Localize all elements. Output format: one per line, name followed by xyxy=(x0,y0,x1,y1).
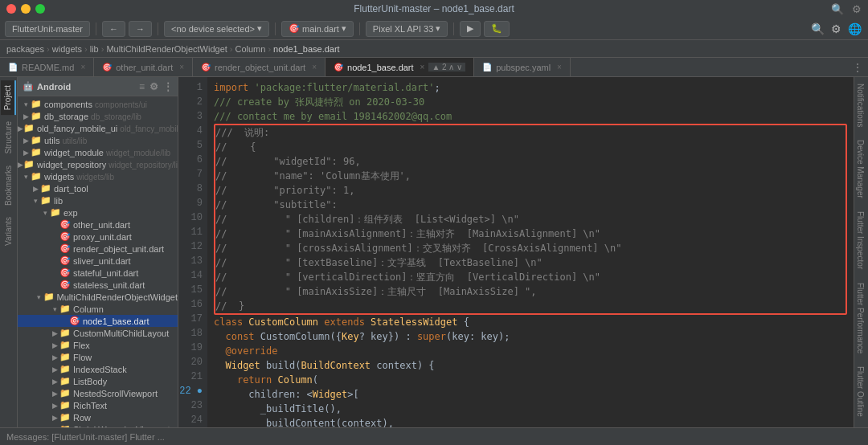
code-editor[interactable]: import 'package:flutter/material.dart'; … xyxy=(207,77,854,427)
settings-toolbar-icon[interactable]: ⚙ xyxy=(829,21,843,37)
project-tab[interactable]: Project xyxy=(1,80,16,115)
tree-indexed-stack[interactable]: ▶ 📁 IndexedStack xyxy=(18,363,178,375)
arrow-lib: ▾ xyxy=(31,197,40,205)
tree-proxy-unit[interactable]: 🎯 proxy_unit.dart xyxy=(18,231,178,243)
tree-custom-multi[interactable]: ▶ 📁 CustomMultiChildLayout xyxy=(18,327,178,339)
project-tree[interactable]: ▾ 📁 components components/ui ▶ 📁 db_stor… xyxy=(18,96,178,427)
tab-other-unit-close[interactable]: × xyxy=(179,63,184,71)
folder-row-icon: 📁 xyxy=(59,412,71,423)
tree-flex[interactable]: ▶ 📁 Flex xyxy=(18,339,178,351)
tree-db-storage[interactable]: ▶ 📁 db_storage db_storage/lib xyxy=(18,110,178,122)
structure-tab[interactable]: Structure xyxy=(2,116,15,159)
search-toolbar-icon[interactable]: 🔍 xyxy=(809,21,826,37)
bc-packages[interactable]: packages xyxy=(6,44,44,54)
tree-lib[interactable]: ▾ 📁 lib xyxy=(18,194,178,206)
tree-utils[interactable]: ▶ 📁 utils utils/lib xyxy=(18,134,178,146)
maximize-button[interactable] xyxy=(35,4,45,14)
close-button[interactable] xyxy=(6,4,16,14)
tree-exp[interactable]: ▾ 📁 exp xyxy=(18,206,178,218)
tree-stateless-unit[interactable]: 🎯 stateless_unit.dart xyxy=(18,279,178,291)
code-line-11: // " [children]：组件列表 [List<Widget>] \n" xyxy=(215,212,845,227)
no-device-button[interactable]: <no device selected> ▾ xyxy=(164,21,269,37)
editor-area: 12345 678910 1112131415 1617181920 2122 … xyxy=(178,77,854,427)
tab-render-object-label: render_object_unit.dart xyxy=(215,63,305,72)
main-dart-button[interactable]: 🎯 main.dart ▾ xyxy=(281,21,354,37)
code-line-22: @override xyxy=(214,344,847,358)
flutter-outline-panel[interactable]: Flutter Outline xyxy=(854,360,868,423)
tree-components[interactable]: ▾ 📁 components components/ui xyxy=(18,98,178,110)
code-line-7: // "widgetId": 96, xyxy=(215,154,845,169)
tree-row[interactable]: ▶ 📁 Row xyxy=(18,411,178,423)
tab-other-unit[interactable]: 🎯 other_unit.dart × xyxy=(94,58,193,76)
folder-flow-icon: 📁 xyxy=(59,352,71,362)
tree-sliver-unit[interactable]: 🎯 sliver_unit.dart xyxy=(18,255,178,267)
bc-widgets[interactable]: widgets xyxy=(52,44,82,54)
debug-button[interactable]: 🐛 xyxy=(484,21,510,37)
device-button[interactable]: Pixel XL API 33 ▾ xyxy=(366,21,448,37)
settings-icon[interactable]: ⚙ xyxy=(852,3,862,15)
editor-content[interactable]: 12345 678910 1112131415 1617181920 2122 … xyxy=(178,77,854,427)
tab-readme[interactable]: 📄 README.md × xyxy=(0,58,94,76)
tree-node1-base[interactable]: 🎯 node1_base.dart xyxy=(18,315,178,327)
tabs-overflow-button[interactable]: ⋮ xyxy=(847,58,868,76)
bc-lib[interactable]: lib xyxy=(90,44,99,54)
tree-nested-scroll[interactable]: ▶ 📁 NestedScrollViewport xyxy=(18,387,178,399)
tab-node1-close[interactable]: × xyxy=(420,63,425,71)
label-stateless-unit: stateless_unit.dart xyxy=(73,280,145,290)
arrow-row: ▶ xyxy=(50,414,59,422)
more-icon[interactable]: ⋮ xyxy=(163,81,173,92)
flutter-performance-panel[interactable]: Flutter Performance xyxy=(854,276,868,360)
device-manager-panel[interactable]: Device Manager xyxy=(854,133,868,205)
tree-stateful-unit[interactable]: 🎯 stateful_unit.dart xyxy=(18,267,178,279)
window-title: FlutterUnit-master – node1_base.dart xyxy=(354,3,514,14)
translate-icon[interactable]: 🌐 xyxy=(846,21,863,37)
tree-shrink-wrap[interactable]: ▶ 📁 ShrinkWrappingViewport xyxy=(18,423,178,427)
tree-render-object-unit[interactable]: 🎯 render_object_unit.dart xyxy=(18,243,178,255)
run-button[interactable]: ▶ xyxy=(460,21,481,37)
bc-multichildrender[interactable]: MultiChildRenderObjectWidget xyxy=(106,44,227,54)
flutter-inspector-panel[interactable]: Flutter Inspector xyxy=(854,205,868,276)
tree-old-fancy[interactable]: ▶ 📁 old_fancy_mobile_ui old_fancy_mobile… xyxy=(18,122,178,134)
tree-other-unit-dart[interactable]: 🎯 other_unit.dart xyxy=(18,218,178,231)
folder-shrink-wrap-icon: 📁 xyxy=(59,424,71,427)
project-button[interactable]: FlutterUnit-master xyxy=(5,21,90,37)
main-area: Project Structure Bookmarks Variants 🤖 A… xyxy=(0,77,868,427)
forward-button[interactable]: → xyxy=(129,21,152,37)
back-button[interactable]: ← xyxy=(102,21,125,37)
tab-node1-label: node1_base.dart xyxy=(347,63,414,72)
collapse-all-icon[interactable]: ≡ xyxy=(139,81,145,92)
tab-render-object[interactable]: 🎯 render_object_unit.dart × xyxy=(193,58,326,76)
notifications-panel[interactable]: Notifications xyxy=(854,77,868,133)
variants-tab[interactable]: Variants xyxy=(2,212,15,251)
code-line-10: // "subtitle": xyxy=(215,198,845,212)
tree-column[interactable]: ▾ 📁 Column xyxy=(18,303,178,315)
tab-render-close[interactable]: × xyxy=(312,63,317,71)
search-icon[interactable]: 🔍 xyxy=(831,3,844,15)
tree-widget-module[interactable]: ▶ 📁 widget_module widget_module/lib xyxy=(18,146,178,158)
bc-node1[interactable]: node1_base.dart xyxy=(273,44,340,54)
tree-widgets[interactable]: ▾ 📁 widgets widgets/lib xyxy=(18,170,178,182)
gear-icon[interactable]: ⚙ xyxy=(149,81,158,92)
folder-fancy-icon: 📁 xyxy=(23,123,35,133)
folder-flex-icon: 📁 xyxy=(59,340,71,350)
tree-multichildrender[interactable]: ▾ 📁 MultiChildRenderObjectWidget xyxy=(18,291,178,303)
bookmarks-tab[interactable]: Bookmarks xyxy=(2,161,15,210)
tab-node1-base[interactable]: 🎯 node1_base.dart × ▲ 2 ∧ ∨ xyxy=(326,58,474,76)
bc-column[interactable]: Column xyxy=(235,44,266,54)
tab-pubspec-close[interactable]: × xyxy=(557,63,562,71)
tab-readme-close[interactable]: × xyxy=(80,63,85,71)
tree-flow[interactable]: ▶ 📁 Flow xyxy=(18,351,178,363)
chevron-down-icon2: ▾ xyxy=(342,23,346,34)
tree-rich-text[interactable]: ▶ 📁 RichText xyxy=(18,399,178,411)
bc-sep2: › xyxy=(84,44,88,54)
tab-readme-label: README.md xyxy=(22,63,74,72)
dart-stateless-icon: 🎯 xyxy=(59,280,71,290)
comment-highlight-box: /// 说明: // { // "widgetId": 96, // "name… xyxy=(214,124,847,315)
code-line-1: import 'package:flutter/material.dart'; xyxy=(214,80,847,95)
tree-widget-repo[interactable]: ▶ 📁 widget_repository widget_repository/… xyxy=(18,158,178,170)
folder-widgets-icon: 📁 xyxy=(31,171,42,182)
minimize-button[interactable] xyxy=(21,4,31,14)
tree-dart-tool[interactable]: ▶ 📁 dart_tool xyxy=(18,182,178,194)
tree-list-body[interactable]: ▶ 📁 ListBody xyxy=(18,375,178,387)
tab-pubspec[interactable]: 📄 pubspec.yaml × xyxy=(474,58,571,76)
